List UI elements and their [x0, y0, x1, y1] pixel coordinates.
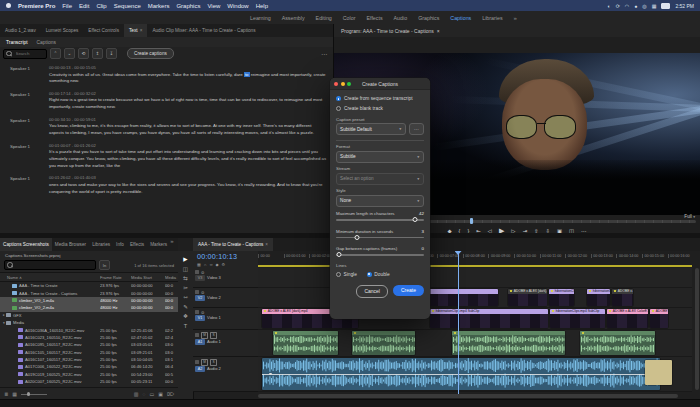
track-header-a1[interactable]: MSA1Audio 1: [193, 330, 258, 357]
lock-icon[interactable]: [195, 270, 199, 274]
track-lane-a2[interactable]: [258, 357, 692, 392]
menu-sequence[interactable]: Sequence: [114, 3, 141, 9]
track-lane-v2[interactable]: hibernationClips.mp4ADOBE x ALEX [dark].…: [258, 288, 692, 308]
ripple-edit-tool[interactable]: ⇆: [183, 275, 188, 281]
solo-icon[interactable]: S: [210, 332, 217, 339]
project-row-a016c105-160517-r2jc-mov[interactable]: A016C105_160517_R2JC.mov25.00 fps03:09:2…: [0, 349, 178, 356]
transcript-text[interactable]: Right now is a great time to create beca…: [49, 97, 327, 110]
workspace-tab-graphics[interactable]: Graphics: [418, 15, 439, 21]
toggle-track-output-icon[interactable]: ⊙: [201, 290, 205, 295]
wifi-icon[interactable]: ◠: [625, 3, 629, 9]
column-header-name[interactable]: Name ∧: [0, 275, 100, 280]
project-row-climber-vo-1-m4a[interactable]: climber_VO_1.m4a48000 Hz00:00:00:0000:0: [0, 297, 178, 304]
clip-hibernationclips-mp4-subclip[interactable]: hibernationClips.mp4 SubClip: [430, 309, 548, 329]
max-length-slider[interactable]: [336, 216, 424, 224]
menu-clip[interactable]: Clip: [96, 3, 106, 9]
panel-menu-icon[interactable]: ⋯: [321, 50, 330, 57]
clip-adobe-x-alex[interactable]: ADOBE x ALEX: [650, 309, 668, 329]
replace-icon[interactable]: ⟲: [78, 48, 89, 59]
volume-rubber-band[interactable]: [262, 374, 660, 375]
dialog-title-bar[interactable]: Create Captions: [330, 78, 430, 90]
project-tab-captions-screenshots[interactable]: Captions Screenshots: [0, 238, 52, 251]
radio-icon[interactable]: [336, 96, 341, 101]
track-header-a2[interactable]: MSA2Audio 2: [193, 357, 258, 392]
cancel-button[interactable]: Cancel: [356, 285, 388, 298]
track-lane-a1[interactable]: [258, 330, 692, 357]
menu-premiere-pro[interactable]: Premiere Pro: [18, 3, 55, 9]
transcript-search[interactable]: [3, 49, 47, 59]
project-row-a016c107-160517-r2jc-mov[interactable]: A016C107_160517_R2JC.mov25.00 fps03:10:0…: [0, 356, 178, 363]
delete-icon[interactable]: ⌦: [167, 391, 174, 397]
transcript-text[interactable]: ones and twos and make your way to like …: [49, 182, 327, 195]
sync-icon[interactable]: ⟳: [616, 3, 620, 9]
track-select-tool[interactable]: ◫: [183, 266, 188, 272]
hand-tool[interactable]: ❖: [183, 313, 188, 319]
transcript-search-input[interactable]: [14, 50, 45, 57]
clip-hibernationclips-mp4[interactable]: hibernationClips.mp4: [549, 289, 574, 307]
control-center-icon[interactable]: ◎: [642, 3, 646, 9]
minimize-window-icon[interactable]: [341, 82, 345, 86]
create-button[interactable]: Create: [393, 285, 424, 296]
track-header-v1[interactable]: ⊙V1Video 1: [193, 308, 258, 330]
type-tool[interactable]: T: [184, 323, 187, 329]
transcript-row[interactable]: Speaker 100:01:26:02 - 00:01:40:03ones a…: [0, 172, 333, 198]
mute-icon[interactable]: M: [201, 359, 208, 366]
workspace-tab-effects[interactable]: Effects: [366, 15, 382, 21]
apple-menu-icon[interactable]: [6, 3, 11, 8]
find-icon[interactable]: ◌: [142, 391, 145, 397]
project-tab-libraries[interactable]: Libraries: [89, 238, 113, 251]
audio-clip-vo[interactable]: [580, 331, 655, 355]
merge-caption-icon[interactable]: ↥: [92, 48, 103, 59]
project-row-aaa-time-to-create-captions[interactable]: AAA - Time to Create - Captions23.976 fp…: [0, 289, 178, 296]
transcript-text[interactable]: You know, climbing to me, it's this esca…: [49, 123, 327, 136]
menu-window[interactable]: Window: [227, 3, 248, 9]
menu-markers[interactable]: Markers: [148, 3, 170, 9]
list-view-icon[interactable]: ≣: [4, 391, 8, 397]
clip-adobe-x-alex-colore-mp4[interactable]: ADOBE x ALEX ColorE.mp4: [607, 309, 648, 329]
workspace-tab-color[interactable]: Color: [343, 15, 356, 21]
radio-create-from-transcript[interactable]: Create from sequence transcript: [336, 94, 424, 104]
timeline-ruler[interactable]: 00:0000:00:01:0000:00:02:0000:00:03:0000…: [258, 252, 692, 265]
project-row-climber-vo-2-m4a[interactable]: climber_VO_2.m4a48000 Hz00:00:00:0000:0: [0, 304, 178, 311]
clock[interactable]: 2:52 PM: [675, 3, 694, 9]
next-match-icon[interactable]: ⌄: [64, 48, 75, 59]
radio-icon[interactable]: [367, 272, 372, 277]
project-search[interactable]: [4, 260, 96, 270]
panel-tab-lumetri-scopes[interactable]: Lumetri Scopes: [41, 24, 84, 37]
audio-clip-vo[interactable]: [273, 331, 338, 355]
project-tab-markers[interactable]: Markers: [147, 238, 170, 251]
menu-graphics[interactable]: Graphics: [176, 3, 200, 9]
caption-preset-select[interactable]: Subtitle Default▼: [336, 123, 406, 135]
track-header-v3[interactable]: ⊙V3Video 3: [193, 268, 258, 288]
toggle-track-output-icon[interactable]: ⊙: [201, 270, 205, 275]
new-bin-icon[interactable]: ▭: [149, 391, 154, 397]
timeline-horizontal-scrollbar[interactable]: [258, 394, 678, 398]
project-row-a016c023-160510-r2jc-mov[interactable]: A016C023_160510_R2JC.mov25.00 fps02:47:0…: [0, 334, 178, 341]
lines-double-radio[interactable]: Double: [367, 272, 390, 277]
menu-edit[interactable]: Edit: [79, 3, 89, 9]
icon-view-icon[interactable]: ▦: [12, 391, 17, 397]
project-tab-effects[interactable]: Effects: [127, 238, 147, 251]
radio-icon[interactable]: [336, 272, 341, 277]
workspace-tab-libraries[interactable]: Libraries: [482, 15, 502, 21]
clip-hibernationclips-mp4[interactable]: hibernationClips.mp4: [587, 289, 610, 307]
lock-icon[interactable]: [195, 360, 199, 364]
project-row-a019c019-160525-r2jc-mov[interactable]: A019C019_160525_R2JC.mov25.00 fps00:54:2…: [0, 371, 178, 378]
search-in-icon[interactable]: In: [99, 260, 110, 270]
clip-hibernationclips-mp4-subclip[interactable]: hibernationClips.mp4 SubClip: [550, 309, 605, 329]
track-target-a2[interactable]: A2: [195, 366, 205, 372]
workspace-tab-editing[interactable]: Editing: [316, 15, 332, 21]
workspace-tab-audio[interactable]: Audio: [394, 15, 408, 21]
razor-tool[interactable]: ✂: [183, 285, 188, 291]
playhead[interactable]: [458, 252, 459, 394]
transcript-text[interactable]: It's a puzzle that you have to sort of t…: [49, 149, 327, 169]
workspace-tab-assembly[interactable]: Assembly: [282, 15, 305, 21]
panel-tab-audio-1-2-wav[interactable]: Audio 1_2.wav: [0, 24, 41, 37]
workspace-overflow-icon[interactable]: »: [514, 15, 517, 21]
project-row-a016c095-160517-r2jc-mov[interactable]: A016C095_160517_R2JC.mov25.00 fps03:03:0…: [0, 341, 178, 348]
new-item-icon[interactable]: ▣: [158, 391, 163, 397]
project-row-aaa-time-to-create[interactable]: AAA - Time to Create23.976 fps00:00:00:0…: [0, 282, 178, 289]
preset-options-button[interactable]: ⋯: [409, 123, 424, 135]
project-row-media[interactable]: ▾Media: [0, 319, 178, 326]
program-monitor-title[interactable]: Program: AAA - Time to Create - Captions: [341, 28, 434, 34]
